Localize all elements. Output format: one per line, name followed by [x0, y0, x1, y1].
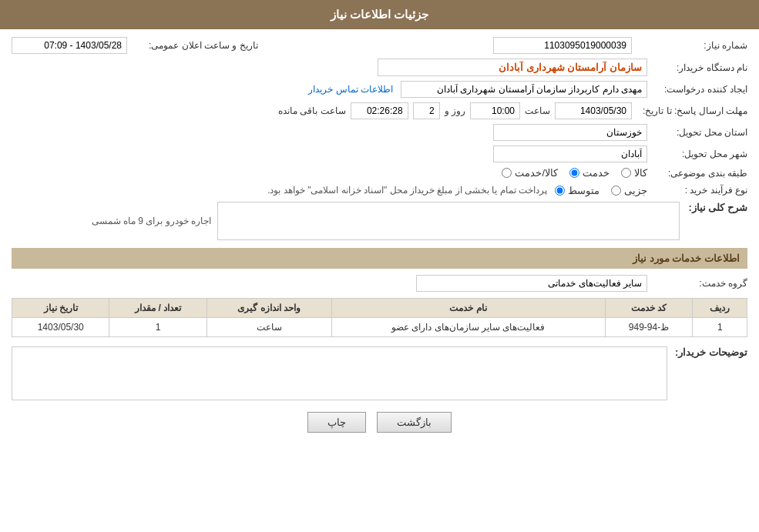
shomare-niaz-input[interactable] [493, 37, 632, 54]
tabaqe-kala-khedmat-radio[interactable] [502, 168, 512, 178]
noe-motavasset-radio[interactable] [555, 186, 565, 196]
col-nam: نام خدمت [331, 299, 605, 318]
tabaqe-kala-khedmat-label: کالا/خدمت [515, 167, 558, 179]
col-tarikh: تاریخ نیاز [12, 299, 109, 318]
tabaqe-radio-group: کالا خدمت کالا/خدمت [502, 167, 647, 179]
tabaqe-khedmat-label: خدمت [583, 167, 610, 179]
sharh-value: اجاره خودرو برای 9 ماه شمسی [92, 216, 211, 226]
back-button[interactable]: بازگشت [377, 412, 452, 433]
group-khedmat-input[interactable] [416, 275, 647, 292]
col-vahed: واحد اندازه گیری [207, 299, 331, 318]
ijad-konande-input[interactable] [401, 81, 647, 98]
col-tedad: تعداد / مقدار [109, 299, 207, 318]
noe-motavasset[interactable]: متوسط [555, 185, 599, 196]
mohlat-date-input[interactable] [555, 102, 632, 119]
noe-jozii-radio[interactable] [611, 186, 621, 196]
button-bar: بازگشت چاپ [12, 412, 747, 433]
print-button[interactable]: چاپ [307, 412, 366, 433]
group-khedmat-label: گروه خدمت: [647, 278, 747, 289]
baqi-label: ساعت باقی مانده [278, 105, 346, 116]
noe-notice: پرداخت تمام یا بخشی از مبلغ خریداز محل "… [267, 183, 547, 197]
rooz-input[interactable] [413, 102, 440, 119]
shahr-label: شهر محل تحویل: [647, 149, 747, 159]
baqi-input[interactable] [351, 102, 408, 119]
col-kod: کد خدمت [605, 299, 693, 318]
tarikh-label: تاریخ و ساعت اعلان عمومی: [143, 40, 258, 51]
page-wrapper: جزئیات اطلاعات نیاز شماره نیاز: تاریخ و … [0, 0, 759, 532]
col-radif: ردیف [693, 299, 747, 318]
table-row: 1ظ-94-949فعالیت‌های سایر سازمان‌های دارا… [12, 318, 747, 337]
tabaqe-kala-radio[interactable] [621, 168, 631, 178]
tabaqe-khedmat-radio[interactable] [569, 168, 579, 178]
page-header: جزئیات اطلاعات نیاز [0, 0, 759, 29]
noe-jozii-label: جزیی [624, 185, 647, 196]
main-content: شماره نیاز: تاریخ و ساعت اعلان عمومی: نا… [0, 29, 759, 448]
noe-farayand-label: نوع فرآیند خرید : [647, 185, 747, 196]
saat-label: ساعت [525, 105, 550, 116]
khadamat-section-title: اطلاعات خدمات مورد نیاز [12, 248, 747, 269]
noe-farayand-radio-group: جزیی متوسط [555, 185, 647, 196]
tabaqe-khedmat[interactable]: خدمت [569, 167, 610, 179]
ostan-input[interactable] [493, 124, 647, 141]
saat-input[interactable] [470, 102, 520, 119]
sharh-label: شرح کلی نیاز: [686, 202, 747, 213]
shahr-input[interactable] [493, 146, 647, 162]
nam-dastgah-label: نام دستگاه خریدار: [647, 62, 747, 73]
mohlat-label: مهلت ارسال پاسخ: تا تاریخ: [636, 105, 747, 116]
sharh-textarea[interactable] [217, 202, 680, 240]
tabaqe-kala[interactable]: کالا [621, 167, 647, 179]
tabaqe-label: طبقه بندی موضوعی: [647, 168, 747, 179]
noe-motavasset-label: متوسط [568, 185, 599, 196]
tarikh-input[interactable] [12, 37, 127, 54]
rooz-label: روز و [445, 105, 465, 116]
noe-jozii[interactable]: جزیی [611, 185, 647, 196]
sharh-container: شرح کلی نیاز: اجاره خودرو برای 9 ماه شمس… [12, 202, 747, 240]
tozihat-textarea[interactable] [12, 346, 667, 400]
tabaqe-kala-label: کالا [634, 167, 647, 179]
contact-info-link[interactable]: اطلاعات تماس خریدار [308, 84, 393, 95]
page-title: جزئیات اطلاعات نیاز [331, 8, 428, 21]
ijad-konande-label: ایجاد کننده درخواست: [647, 84, 747, 95]
nam-dastgah-input[interactable] [378, 59, 647, 76]
shomare-niaz-label: شماره نیاز: [647, 40, 747, 51]
tabaqe-kala-khedmat[interactable]: کالا/خدمت [502, 167, 558, 179]
tozihat-label: توضیحات خریدار: [675, 346, 747, 358]
services-table: ردیف کد خدمت نام خدمت واحد اندازه گیری ت… [12, 298, 747, 337]
ostan-label: استان محل تحویل: [647, 127, 747, 138]
